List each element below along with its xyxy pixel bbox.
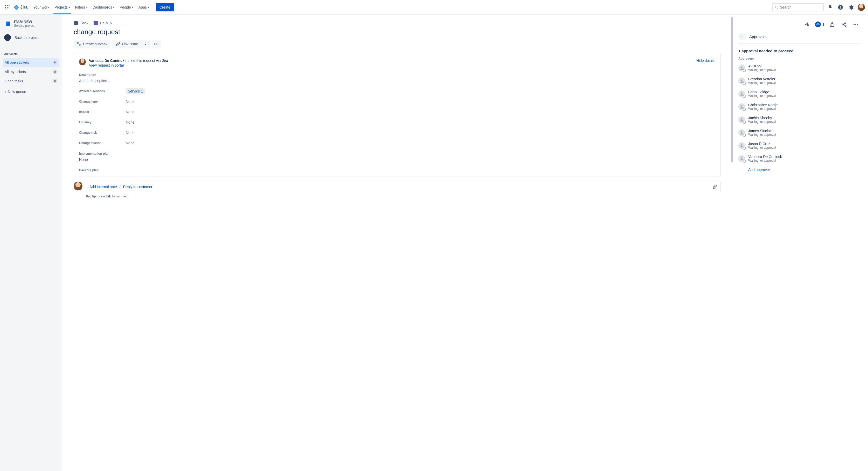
queue-count: 0: [53, 69, 57, 74]
approver-name: Christopher Nortje: [748, 103, 778, 107]
watch-count: 1: [823, 22, 825, 26]
notifications-icon[interactable]: [826, 3, 834, 11]
add-approver-link[interactable]: Add approver: [748, 168, 860, 172]
link-icon: [116, 42, 120, 46]
field-value[interactable]: None: [126, 141, 134, 145]
queue-item-all-open-tickets[interactable]: All open tickets 6: [3, 58, 59, 67]
reply-to-customer-link[interactable]: Reply to customer: [123, 185, 152, 189]
top-navigation: Jira Your work Projects▾ Filters▾ Dashbo…: [0, 0, 868, 14]
hide-details-link[interactable]: Hide details: [696, 59, 715, 63]
field-value[interactable]: None: [126, 120, 134, 124]
jira-logo-text: Jira: [20, 5, 28, 9]
queue-item-all-my-tickets[interactable]: All my tickets 0: [3, 67, 59, 76]
implementation-plan-label: Implementation plan: [79, 152, 715, 156]
breadcrumb: ← Back ITSM-6: [74, 21, 721, 25]
scrollbar-thumb[interactable]: [732, 17, 733, 162]
svg-point-4: [7, 7, 7, 7]
svg-point-9: [775, 6, 777, 8]
nav-apps[interactable]: Apps▾: [136, 0, 152, 14]
share-icon[interactable]: [840, 20, 848, 29]
approver-row[interactable]: Vanessa De ConinckWaiting for approval: [738, 155, 860, 162]
requester-avatar[interactable]: [79, 59, 86, 65]
back-to-project-link[interactable]: ← Back to project: [3, 32, 59, 43]
new-queue-button[interactable]: + New queue: [3, 87, 59, 96]
approver-avatar: [738, 77, 745, 84]
view-request-portal-link[interactable]: View request in portal: [89, 63, 693, 67]
approver-avatar: [738, 116, 745, 123]
link-issue-button[interactable]: Link issue: [113, 40, 141, 48]
field-value[interactable]: None: [126, 110, 134, 114]
approver-name: Brian Doidge: [748, 90, 776, 94]
more-actions-button[interactable]: •••: [152, 40, 161, 48]
create-button[interactable]: Create: [156, 3, 174, 11]
approver-row[interactable]: Avi KnollWaiting for approval: [738, 64, 860, 72]
issue-actions: Create subtask Link issue ▾ •••: [74, 40, 721, 48]
approver-row[interactable]: Christopher NortjeWaiting for approval: [738, 103, 860, 111]
issue-key-link[interactable]: ITSM-6: [94, 21, 112, 25]
more-icon[interactable]: •••: [852, 20, 860, 29]
nav-label: Filters: [75, 5, 85, 9]
attachment-icon[interactable]: [712, 184, 717, 190]
approver-row[interactable]: Brian DoidgeWaiting for approval: [738, 90, 860, 98]
project-header[interactable]: ITSM NEW Service project: [3, 20, 59, 32]
watch-button[interactable]: 1: [815, 22, 825, 27]
field-label: Affected services: [79, 89, 126, 93]
back-button[interactable]: ← Back: [74, 21, 88, 25]
issue-title[interactable]: change request: [74, 28, 721, 36]
svg-line-19: [843, 25, 845, 25]
approver-name: Jason D Cruz: [748, 142, 776, 146]
queue-count: 0: [53, 79, 57, 83]
link-issue-dropdown[interactable]: ▾: [141, 40, 150, 48]
feedback-icon[interactable]: [803, 20, 811, 29]
nav-filters[interactable]: Filters▾: [72, 0, 90, 14]
field-change-type: Change type None: [79, 99, 715, 104]
approver-row[interactable]: Jason D CruzWaiting for approval: [738, 142, 860, 149]
link-issue-label: Link issue: [122, 42, 138, 46]
comment-separator: /: [120, 185, 121, 189]
approvals-back-button[interactable]: ←: [738, 33, 746, 40]
approver-avatar: [738, 103, 745, 110]
project-icon: [4, 20, 11, 27]
field-label: Change risk: [79, 131, 126, 134]
sidebar-divider: [0, 47, 62, 47]
approver-avatar: [738, 142, 745, 149]
svg-line-10: [777, 7, 778, 8]
svg-point-22: [741, 93, 742, 94]
content-area: ← Back ITSM-6 change request Create subt…: [62, 14, 868, 471]
approver-status-dot: [743, 82, 746, 85]
jira-logo[interactable]: Jira: [13, 4, 28, 10]
approver-avatar: [738, 155, 745, 162]
approver-row[interactable]: James SinclairWaiting for approval: [738, 129, 860, 137]
nav-dashboards[interactable]: Dashboards▾: [90, 0, 117, 14]
description-field[interactable]: Add a description...: [79, 79, 715, 83]
nav-your-work[interactable]: Your work: [31, 0, 52, 14]
comment-box[interactable]: Add internal note / Reply to customer: [86, 181, 721, 192]
queue-item-open-tasks[interactable]: Open tasks 0: [3, 77, 59, 86]
field-value[interactable]: Service 1: [126, 89, 145, 93]
profile-avatar[interactable]: [858, 4, 865, 11]
search-input[interactable]: [780, 5, 822, 9]
protip-after: to comment: [111, 195, 128, 198]
approver-row[interactable]: Brendon VottelerWaiting for approval: [738, 77, 860, 85]
chevron-down-icon: ▾: [148, 6, 149, 8]
help-icon[interactable]: ?: [836, 3, 845, 11]
field-affected-services: Affected services Service 1: [79, 89, 715, 93]
search-box[interactable]: [772, 3, 824, 11]
service-tag[interactable]: Service 1: [126, 88, 145, 94]
nav-label: Your work: [33, 5, 49, 9]
nav-projects[interactable]: Projects▾: [52, 0, 72, 14]
requester-via: Jira: [162, 59, 168, 63]
field-value[interactable]: None: [126, 99, 134, 104]
create-subtask-button[interactable]: Create subtask: [74, 40, 111, 48]
svg-point-26: [741, 144, 742, 145]
field-value[interactable]: None: [126, 131, 134, 135]
like-icon[interactable]: [828, 20, 836, 29]
chevron-down-icon: ▾: [132, 6, 133, 8]
app-switcher-icon[interactable]: [3, 3, 11, 11]
nav-people[interactable]: People▾: [117, 0, 136, 14]
settings-icon[interactable]: [847, 3, 855, 11]
add-internal-note-link[interactable]: Add internal note: [89, 185, 117, 189]
approver-row[interactable]: Jachin SheehyWaiting for approval: [738, 116, 860, 124]
implementation-plan-value[interactable]: None: [79, 158, 715, 162]
approver-status-dot: [743, 121, 746, 124]
